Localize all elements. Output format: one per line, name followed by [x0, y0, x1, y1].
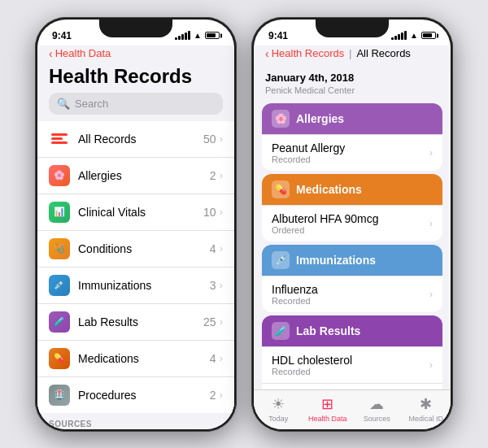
today-icon-right: ☀	[272, 395, 285, 413]
list-item-immunizations[interactable]: 💉 Immunizations 3 ›	[37, 267, 234, 304]
medications-icon: 💊	[49, 348, 70, 369]
procedures-icon: 🏥	[49, 385, 70, 406]
back-label-right: Health Records	[272, 47, 345, 59]
sources-icon-right: ☁	[369, 395, 384, 413]
back-chevron-right: ‹	[265, 47, 269, 60]
albuterol-chevron: ›	[429, 217, 433, 229]
tab-today-right[interactable]: ☀ Today	[254, 395, 303, 423]
medications-header-icon: 💊	[272, 181, 290, 198]
immunizations-header[interactable]: 💉 Immunizations	[262, 245, 442, 276]
screen-left: ‹ Health Data Health Records 🔍 Search	[37, 46, 234, 429]
lab-count: 25	[203, 315, 216, 328]
tab-health-data-right[interactable]: ⊞ Health Data	[303, 395, 353, 423]
records-list: All Records 50 › 🌸 Allergies 2 › 📊 Clini…	[37, 121, 234, 413]
conditions-icon: 🩺	[49, 238, 70, 259]
peanut-allergy-chevron: ›	[429, 146, 433, 159]
back-button-left[interactable]: ‹ Health Data	[49, 47, 223, 60]
search-placeholder: Search	[75, 98, 108, 110]
medications-header[interactable]: 💊 Medications	[262, 174, 442, 205]
immunizations-header-icon: 💉	[272, 251, 290, 269]
allergies-chevron: ›	[220, 169, 223, 181]
conditions-chevron: ›	[220, 242, 223, 254]
vitals-icon: 📊	[49, 202, 70, 223]
tab-medical-id-right[interactable]: ✱ Medical ID	[402, 395, 451, 423]
all-records-chevron: ›	[220, 133, 223, 145]
medications-header-label: Medications	[296, 183, 362, 196]
influenza-chevron: ›	[429, 288, 433, 300]
labresults-header[interactable]: 🧪 Lab Results	[262, 315, 442, 346]
page-title-left: Health Records	[37, 63, 234, 93]
back-chevron-left: ‹	[49, 47, 53, 60]
nav-bar-left: ‹ Health Data	[37, 46, 234, 63]
sources-header: SOURCES	[37, 413, 234, 429]
screen-right: ‹ Health Records | All Records January 4…	[254, 46, 451, 429]
tab-bar-right: ☀ Today ⊞ Health Data ☁ Sources ✱ Medica…	[254, 389, 451, 429]
lab-chevron: ›	[220, 315, 223, 328]
hdl-status: Recorded	[272, 367, 429, 376]
back-button-right[interactable]: ‹ Health Records	[265, 47, 344, 60]
hdl-chevron: ›	[429, 359, 433, 371]
medications-label: Medications	[78, 352, 210, 365]
wifi-icon-left: ▲	[194, 31, 202, 40]
records-scroll: January 4th, 2018 Penick Medical Center …	[254, 63, 451, 389]
list-item-allergies[interactable]: 🌸 Allergies 2 ›	[37, 158, 234, 194]
allergies-header-icon: 🌸	[272, 110, 290, 128]
time-right: 9:41	[268, 30, 288, 41]
peanut-allergy-row[interactable]: Peanut Allergy Recorded ›	[262, 134, 442, 171]
lab-icon: 🧪	[49, 311, 70, 333]
medications-chevron: ›	[220, 352, 223, 364]
hdl-row[interactable]: HDL cholesterol Recorded ›	[262, 346, 442, 383]
vitals-chevron: ›	[220, 206, 223, 218]
immunizations-icon: 💉	[49, 275, 70, 296]
conditions-label: Conditions	[78, 242, 210, 255]
tab-health-data-label-right: Health Data	[308, 415, 347, 423]
hdl-value-row: 53.5 mg/dL 50 60	[262, 383, 442, 389]
time-left: 9:41	[52, 30, 72, 41]
medications-count: 4	[210, 352, 216, 365]
conditions-count: 4	[210, 242, 216, 255]
health-data-icon-right: ⊞	[321, 395, 333, 413]
date-label: January 4th, 2018	[254, 67, 451, 85]
influenza-name: Influenza	[272, 283, 429, 296]
search-icon: 🔍	[57, 98, 70, 110]
status-icons-right: ▲	[391, 31, 436, 40]
albuterol-row[interactable]: Albuterol HFA 90mcg Ordered ›	[262, 205, 442, 241]
nav-current: All Records	[356, 47, 410, 59]
albuterol-status: Ordered	[272, 225, 429, 235]
immunizations-section: 💉 Immunizations Influenza Recorded ›	[262, 245, 442, 312]
vitals-count: 10	[203, 206, 216, 219]
procedures-chevron: ›	[220, 389, 223, 401]
battery-left	[205, 32, 220, 39]
search-bar[interactable]: 🔍 Search	[49, 93, 223, 115]
labresults-section: 🧪 Lab Results HDL cholesterol Recorded ›	[262, 315, 442, 389]
list-item-all-records[interactable]: All Records 50 ›	[37, 121, 234, 158]
list-item-procedures[interactable]: 🏥 Procedures 2 ›	[37, 377, 234, 413]
procedures-label: Procedures	[78, 389, 210, 402]
phone-right: 9:41 ▲	[251, 17, 453, 432]
allergies-header-label: Allergies	[296, 112, 344, 125]
list-item-medications[interactable]: 💊 Medications 4 ›	[37, 341, 234, 377]
signal-left	[175, 32, 190, 40]
all-records-label: All Records	[78, 133, 203, 146]
labresults-header-label: Lab Results	[296, 324, 360, 337]
list-item-lab[interactable]: 🧪 Lab Results 25 ›	[37, 304, 234, 341]
allergies-header[interactable]: 🌸 Allergies	[262, 103, 442, 134]
notch-right	[316, 20, 389, 37]
phone-left: 9:41 ▲	[35, 17, 237, 432]
tab-sources-label-right: Sources	[364, 415, 390, 423]
immunizations-chevron: ›	[220, 279, 223, 291]
tab-today-label-right: Today	[268, 415, 288, 423]
medications-section: 💊 Medications Albuterol HFA 90mcg Ordere…	[262, 174, 442, 241]
notch-left	[99, 20, 172, 37]
source-label: Penick Medical Center	[254, 85, 451, 100]
tab-sources-right[interactable]: ☁ Sources	[352, 395, 402, 423]
immunizations-label: Immunizations	[78, 279, 210, 292]
list-item-vitals[interactable]: 📊 Clinical Vitals 10 ›	[37, 194, 234, 231]
nav-bar-right: ‹ Health Records | All Records	[254, 46, 451, 63]
lab-label: Lab Results	[78, 315, 203, 328]
all-records-count: 50	[203, 133, 216, 146]
signal-right	[391, 32, 407, 40]
influenza-row[interactable]: Influenza Recorded ›	[262, 276, 442, 312]
battery-right	[421, 32, 436, 39]
list-item-conditions[interactable]: 🩺 Conditions 4 ›	[37, 231, 234, 267]
